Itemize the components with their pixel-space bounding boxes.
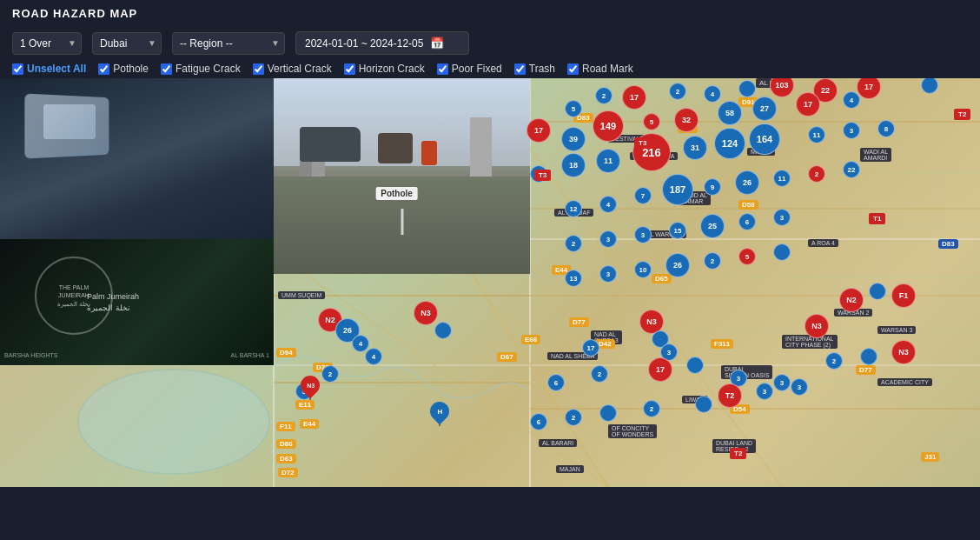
cluster-c68[interactable]: 17 xyxy=(648,357,672,382)
pin-hotel[interactable]: H xyxy=(430,402,449,426)
fatigue-crack-input[interactable] xyxy=(161,63,172,75)
cluster-c38[interactable]: 22 xyxy=(843,161,860,178)
cluster-c32[interactable]: 7 xyxy=(634,187,652,204)
cluster-c40[interactable]: 3 xyxy=(599,230,617,248)
vertical-crack-input[interactable] xyxy=(253,63,264,75)
unselect-all-label: Unselect All xyxy=(27,63,86,75)
cluster-c65[interactable]: N3 xyxy=(805,314,829,338)
cluster-c79[interactable]: 3 xyxy=(791,378,808,396)
cluster-c13[interactable]: 149 xyxy=(593,110,624,142)
cluster-c4[interactable]: 2 xyxy=(669,83,686,100)
cluster-c46[interactable]: 13 xyxy=(565,270,582,287)
cluster-c25[interactable]: 124 xyxy=(714,128,745,159)
cluster-c18[interactable]: 17 xyxy=(796,92,820,117)
poor-fixed-input[interactable] xyxy=(437,63,448,75)
cluster-c75[interactable]: 2 xyxy=(643,400,660,417)
cluster-c74[interactable] xyxy=(599,404,617,422)
cluster-c21[interactable]: 18 xyxy=(561,153,586,177)
vertical-crack-checkbox[interactable]: Vertical Crack xyxy=(253,63,332,75)
cluster-c43[interactable]: 25 xyxy=(700,214,725,238)
tag-t3-2: T3 xyxy=(534,170,551,181)
label-umm-suqeim: UMM SUQEIM xyxy=(278,291,325,299)
cluster-c41[interactable]: 3 xyxy=(634,226,652,243)
over-select[interactable]: 1 Over xyxy=(12,32,82,55)
cluster-c49[interactable]: 26 xyxy=(665,253,690,277)
cluster-c15[interactable]: 32 xyxy=(674,108,699,132)
cluster-c78[interactable]: 3 xyxy=(756,383,773,400)
cluster-c33[interactable]: 187 xyxy=(662,174,693,205)
unselect-all-input[interactable] xyxy=(12,63,23,75)
cluster-c22[interactable]: 11 xyxy=(596,149,620,173)
pin-n3-bottom[interactable]: N3 xyxy=(301,376,320,400)
region-select[interactable]: -- Region -- xyxy=(172,32,285,55)
cluster-c30[interactable]: 12 xyxy=(565,200,582,217)
cluster-c35[interactable]: 26 xyxy=(735,170,759,195)
cluster-c71[interactable]: 3 xyxy=(773,374,791,391)
cluster-c16[interactable]: 58 xyxy=(718,101,742,125)
cluster-c11[interactable]: 17 xyxy=(526,118,551,143)
cluster-c47[interactable]: 3 xyxy=(599,265,617,283)
horizon-crack-checkbox[interactable]: Horizon Crack xyxy=(344,63,425,75)
cluster-c67[interactable]: 2 xyxy=(591,365,608,383)
cluster-c27[interactable]: 11 xyxy=(808,126,825,143)
cluster-c81[interactable] xyxy=(860,348,877,365)
cluster-c76[interactable] xyxy=(695,396,712,413)
cluster-c1[interactable]: 5 xyxy=(565,100,582,117)
cluster-c77[interactable]: T2 xyxy=(718,383,742,408)
cluster-c45[interactable]: 3 xyxy=(773,209,791,226)
cluster-c80[interactable]: 2 xyxy=(825,352,843,370)
cluster-c51[interactable]: 5 xyxy=(738,248,756,265)
unselect-all-checkbox[interactable]: Unselect All xyxy=(12,63,86,75)
cluster-c60[interactable] xyxy=(434,322,452,339)
cluster-c5[interactable]: 4 xyxy=(704,85,721,103)
filter-row: Unselect All Pothole Fatigue Crack Verti… xyxy=(0,59,980,78)
trash-input[interactable] xyxy=(514,63,526,75)
map-container[interactable]: THE PALMJUMEIRAHنخلة الجميرة Palm Jumeir… xyxy=(0,78,980,487)
date-range-picker[interactable]: 2024-01-01 ~ 2024-12-05 📅 xyxy=(295,31,469,55)
cluster-c24[interactable]: 31 xyxy=(683,136,707,160)
cluster-c44[interactable]: 6 xyxy=(738,213,756,230)
cluster-c37[interactable]: 2 xyxy=(808,165,825,183)
trash-checkbox[interactable]: Trash xyxy=(514,63,555,75)
cluster-c17[interactable]: 27 xyxy=(752,97,777,121)
cluster-c56[interactable]: 4 xyxy=(365,348,382,365)
cluster-c39[interactable]: 2 xyxy=(565,235,582,252)
trash-label: Trash xyxy=(529,63,555,75)
fatigue-crack-checkbox[interactable]: Fatigue Crack xyxy=(161,63,241,75)
cluster-c42[interactable]: 15 xyxy=(669,222,686,239)
pothole-input[interactable] xyxy=(98,63,109,75)
cluster-c72[interactable]: 6 xyxy=(530,413,547,430)
cluster-c34[interactable]: 9 xyxy=(704,178,721,196)
cluster-c2[interactable]: 2 xyxy=(595,87,612,104)
cluster-c64[interactable]: 17 xyxy=(582,339,599,357)
cluster-c19[interactable]: 4 xyxy=(843,91,860,109)
cluster-c50[interactable]: 2 xyxy=(704,252,721,270)
cluster-c28[interactable]: 3 xyxy=(843,122,860,139)
cluster-c82[interactable]: N3 xyxy=(891,340,916,364)
cluster-c3[interactable]: 17 xyxy=(622,85,646,110)
road-mark-input[interactable] xyxy=(567,63,579,75)
cluster-c31[interactable]: 4 xyxy=(599,196,617,213)
road-mark-checkbox[interactable]: Road Mark xyxy=(567,63,633,75)
tag-t3-1: T3 xyxy=(634,137,651,149)
cluster-c12[interactable]: 39 xyxy=(561,127,586,151)
poor-fixed-checkbox[interactable]: Poor Fixed xyxy=(437,63,502,75)
cluster-c85[interactable]: F1 xyxy=(891,283,916,308)
cluster-c36[interactable]: 11 xyxy=(773,170,791,187)
cluster-c84[interactable] xyxy=(869,283,886,300)
cluster-c57[interactable]: 2 xyxy=(321,365,339,383)
cluster-c59[interactable]: N3 xyxy=(414,301,438,325)
cluster-c52[interactable] xyxy=(773,243,791,261)
cluster-c66[interactable]: 6 xyxy=(547,374,565,391)
cluster-c6[interactable] xyxy=(738,80,756,97)
city-select[interactable]: Dubai xyxy=(92,32,162,55)
pothole-checkbox[interactable]: Pothole xyxy=(98,63,149,75)
horizon-crack-input[interactable] xyxy=(344,63,355,75)
cluster-c26[interactable]: 164 xyxy=(749,123,780,155)
cluster-c48[interactable]: 10 xyxy=(634,261,652,278)
cluster-c14[interactable]: 5 xyxy=(643,113,660,130)
cluster-c83[interactable]: N2 xyxy=(839,288,864,312)
cluster-c29[interactable]: 8 xyxy=(877,120,895,137)
cluster-c69[interactable] xyxy=(686,357,704,374)
cluster-c73[interactable]: 2 xyxy=(565,409,582,426)
